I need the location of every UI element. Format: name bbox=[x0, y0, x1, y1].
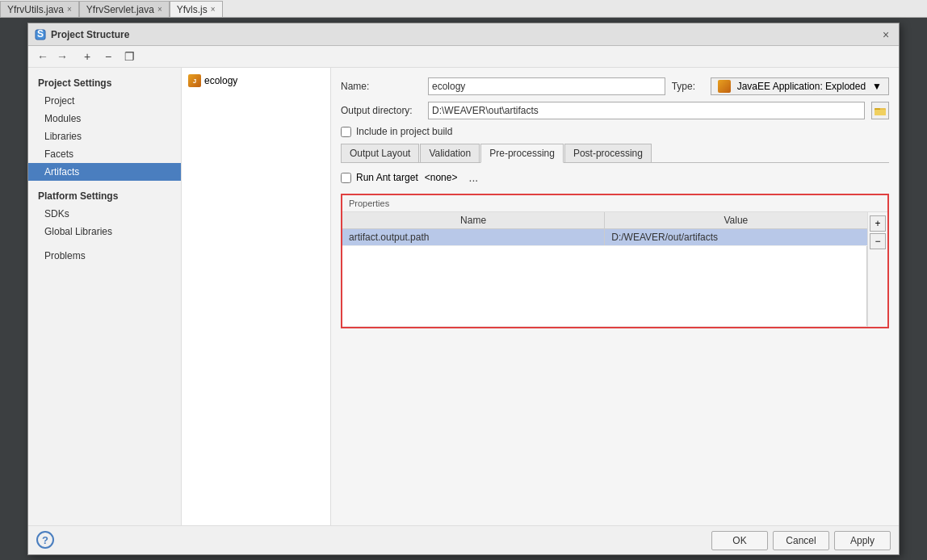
remove-property-button[interactable]: − bbox=[870, 233, 886, 249]
folder-icon bbox=[875, 106, 886, 115]
ant-target-label: Run Ant target bbox=[356, 172, 418, 183]
tab-postprocessing[interactable]: Post-processing bbox=[564, 144, 652, 162]
dialog-body: Project Settings Project Modules Librari… bbox=[28, 68, 899, 525]
empty-row bbox=[342, 246, 867, 327]
dialog-close-button[interactable]: × bbox=[879, 28, 892, 41]
sidebar-item-project[interactable]: Project bbox=[28, 92, 181, 110]
sidebar-item-problems[interactable]: Problems bbox=[28, 247, 181, 265]
sidebar-item-global-libraries-label: Global Libraries bbox=[44, 226, 112, 237]
type-icon bbox=[718, 80, 731, 93]
tab-close-yfrvutils[interactable]: × bbox=[67, 5, 72, 14]
ant-target-checkbox[interactable] bbox=[341, 173, 351, 183]
properties-side-buttons: + − bbox=[867, 212, 887, 327]
type-chevron-icon: ▼ bbox=[872, 81, 882, 92]
include-build-checkbox[interactable] bbox=[341, 127, 351, 137]
tab-validation-label: Validation bbox=[429, 148, 471, 159]
dialog-footer: ? OK Cancel Apply bbox=[28, 525, 899, 554]
artifact-icon: J bbox=[188, 74, 201, 87]
sidebar-item-global-libraries[interactable]: Global Libraries bbox=[28, 223, 181, 240]
sidebar-item-facets-label: Facets bbox=[44, 148, 73, 160]
sidebar-item-problems-label: Problems bbox=[44, 250, 86, 261]
cancel-button[interactable]: Cancel bbox=[773, 531, 829, 550]
dialog-title-text: Project Structure bbox=[51, 29, 129, 40]
help-button[interactable]: ? bbox=[36, 531, 54, 549]
output-dir-label: Output directory: bbox=[341, 105, 422, 116]
col-name-header: Name bbox=[342, 212, 605, 229]
name-row: Name: Type: JavaEE Application: Exploded… bbox=[341, 77, 889, 95]
back-button[interactable]: ← bbox=[35, 48, 51, 65]
ant-target-value: <none> bbox=[425, 172, 458, 183]
dialog-title-group: S Project Structure bbox=[35, 29, 129, 40]
name-label: Name: bbox=[341, 81, 422, 92]
sidebar: Project Settings Project Modules Librari… bbox=[28, 68, 182, 525]
settings-tab-strip: Output Layout Validation Pre-processing … bbox=[341, 144, 889, 163]
tab-preprocessing-label: Pre-processing bbox=[489, 148, 555, 159]
sidebar-divider bbox=[28, 181, 181, 187]
dialog-overlay: S Project Structure × ← → + − ❐ Project … bbox=[0, 18, 927, 560]
tab-yfrvutils[interactable]: YfrvUtils.java × bbox=[0, 1, 79, 17]
browse-output-dir-button[interactable] bbox=[871, 102, 889, 119]
tab-label-yfrvutils: YfrvUtils.java bbox=[7, 4, 64, 15]
tab-label-yfrvservlet: YfrvServlet.java bbox=[86, 4, 154, 15]
sidebar-divider-2 bbox=[28, 240, 181, 247]
properties-table-wrapper: Name Value artifact.output.path D:/WEAVE… bbox=[342, 212, 887, 327]
artifact-tree-item-ecology[interactable]: J ecology bbox=[182, 71, 330, 90]
tab-yfrvservlet[interactable]: YfrvServlet.java × bbox=[79, 1, 170, 17]
tab-label-yfvls: Yfvls.js bbox=[177, 4, 208, 15]
property-name-cell: artifact.output.path bbox=[342, 229, 605, 246]
platform-settings-title: Platform Settings bbox=[28, 187, 181, 205]
add-artifact-button[interactable]: + bbox=[78, 48, 96, 65]
sidebar-item-artifacts[interactable]: Artifacts bbox=[28, 163, 181, 181]
tab-postprocessing-label: Post-processing bbox=[573, 148, 643, 159]
table-row[interactable]: artifact.output.path D:/WEAVER/out/artif… bbox=[342, 229, 867, 246]
sidebar-item-facets[interactable]: Facets bbox=[28, 145, 181, 163]
main-content: J ecology Name: Type: JavaEE bbox=[182, 68, 899, 525]
ant-target-row: Run Ant target <none> ... bbox=[341, 169, 889, 186]
type-label: Type: bbox=[672, 81, 704, 92]
properties-wrapper: Properties Name Value bbox=[341, 194, 889, 328]
forward-button[interactable]: → bbox=[54, 48, 70, 65]
tab-preprocessing[interactable]: Pre-processing bbox=[480, 144, 564, 163]
project-structure-dialog: S Project Structure × ← → + − ❐ Project … bbox=[27, 23, 900, 555]
tab-yfvls[interactable]: Yfvls.js × bbox=[170, 1, 223, 17]
svg-rect-4 bbox=[875, 110, 886, 115]
properties-header: Properties bbox=[342, 195, 887, 212]
col-value-header: Value bbox=[605, 212, 867, 229]
sidebar-item-libraries[interactable]: Libraries bbox=[28, 127, 181, 145]
dialog-titlebar: S Project Structure × bbox=[28, 23, 899, 46]
sidebar-item-modules-label: Modules bbox=[44, 113, 81, 124]
tab-close-yfvls[interactable]: × bbox=[211, 5, 216, 14]
properties-table: Name Value artifact.output.path D:/WEAVE… bbox=[342, 212, 867, 327]
sidebar-item-modules[interactable]: Modules bbox=[28, 110, 181, 127]
ant-options-button[interactable]: ... bbox=[462, 169, 484, 186]
name-input[interactable] bbox=[428, 77, 665, 95]
output-dir-row: Output directory: bbox=[341, 102, 889, 119]
apply-button[interactable]: Apply bbox=[834, 531, 891, 550]
artifact-tree-panel: J ecology bbox=[182, 68, 331, 525]
dialog-icon: S bbox=[35, 29, 46, 40]
copy-artifact-button[interactable]: ❐ bbox=[120, 48, 138, 65]
tab-output-layout[interactable]: Output Layout bbox=[341, 144, 419, 162]
remove-artifact-button[interactable]: − bbox=[99, 48, 117, 65]
add-property-button[interactable]: + bbox=[870, 215, 886, 232]
svg-text:S: S bbox=[37, 29, 44, 40]
tab-close-yfrvservlet[interactable]: × bbox=[157, 5, 162, 14]
ok-button[interactable]: OK bbox=[711, 531, 768, 550]
sidebar-item-libraries-label: Libraries bbox=[44, 131, 82, 142]
sidebar-item-sdks-label: SDKs bbox=[44, 208, 69, 219]
type-dropdown[interactable]: JavaEE Application: Exploded ▼ bbox=[711, 77, 889, 95]
include-build-label: Include in project build bbox=[356, 126, 452, 137]
tab-validation[interactable]: Validation bbox=[420, 144, 480, 162]
sidebar-item-project-label: Project bbox=[44, 95, 74, 107]
type-value: JavaEE Application: Exploded bbox=[737, 81, 866, 92]
settings-panel: Name: Type: JavaEE Application: Exploded… bbox=[331, 68, 899, 525]
property-value-cell: D:/WEAVER/out/artifacts bbox=[605, 229, 867, 246]
tab-bar: YfrvUtils.java × YfrvServlet.java × Yfvl… bbox=[0, 0, 927, 18]
output-dir-input[interactable] bbox=[428, 102, 865, 119]
sidebar-item-sdks[interactable]: SDKs bbox=[28, 205, 181, 223]
sidebar-item-artifacts-label: Artifacts bbox=[44, 166, 79, 178]
navigation-buttons: ← → bbox=[35, 48, 70, 65]
properties-container: Properties Name Value bbox=[341, 194, 889, 328]
include-build-row: Include in project build bbox=[341, 126, 889, 137]
project-settings-title: Project Settings bbox=[28, 74, 181, 92]
